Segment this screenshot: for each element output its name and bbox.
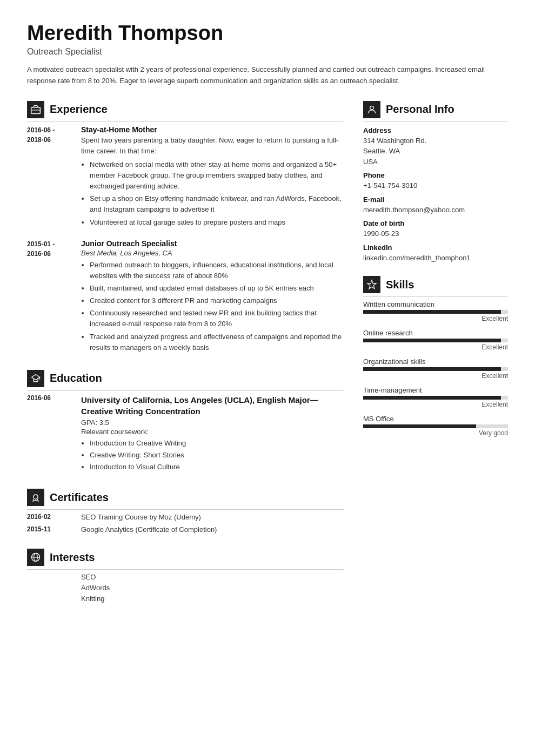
skill-rating: Excellent — [363, 372, 508, 380]
certificates-header: Certificates — [27, 489, 344, 510]
job-title: Stay-at-Home Mother — [81, 125, 344, 134]
job-date: 2015-01 - 2016-06 — [27, 239, 71, 355]
skill-bar-bg — [363, 339, 508, 342]
skill-name: Written communication — [363, 300, 508, 308]
interest-item: Knitting — [81, 595, 344, 603]
skill-rating: Very good — [363, 429, 508, 437]
skill-item: Time-managementExcellent — [363, 386, 508, 408]
skill-name: Organizational skills — [363, 357, 508, 366]
summary-text: A motivated outreach specialist with 2 y… — [27, 64, 508, 87]
skill-bar-bg — [363, 310, 508, 314]
cert-item: 2015-11Google Analytics (Certificate of … — [27, 525, 344, 534]
pi-value: linkedin.com/meredith_thomphon1 — [363, 253, 508, 264]
job-bullet: Performed outreach to bloggers, influenc… — [90, 260, 344, 281]
skill-bar-fill — [363, 310, 501, 314]
certificates-title: Certificates — [50, 491, 109, 504]
experience-header: Experience — [27, 101, 344, 122]
edu-bullet: Introduction to Visual Culture — [90, 462, 344, 473]
pi-label: E-mail — [363, 195, 508, 204]
skill-name: Time-management — [363, 386, 508, 394]
interest-item: SEO — [81, 573, 344, 581]
skill-rating: Excellent — [363, 401, 508, 408]
experience-job: 2016-06 - 2018-06Stay-at-Home MotherSpen… — [27, 125, 344, 230]
job-bullet: Volunteered at local garage sales to pre… — [90, 217, 344, 228]
experience-section: Experience 2016-06 - 2018-06Stay-at-Home… — [27, 101, 344, 355]
interests-icon — [27, 549, 44, 566]
education-title: Education — [50, 372, 102, 384]
cert-date: 2015-11 — [27, 525, 71, 534]
education-icon — [27, 370, 44, 387]
cert-date: 2016-02 — [27, 513, 71, 521]
interests-list: SEOAdWordsKnitting — [27, 573, 344, 603]
job-date: 2016-06 - 2018-06 — [27, 125, 71, 230]
job-bullet: Built, maintained, and updated email dat… — [90, 283, 344, 294]
pi-value: 314 Washington Rd. Seattle, WA USA — [363, 136, 508, 167]
experience-jobs: 2016-06 - 2018-06Stay-at-Home MotherSpen… — [27, 125, 344, 355]
interests-title: Interests — [50, 551, 95, 564]
candidate-title: Outreach Specialist — [27, 47, 508, 57]
skill-item: Written communicationExcellent — [363, 300, 508, 322]
job-bullet: Set up a shop on Etsy offering handmade … — [90, 193, 344, 215]
right-column: Personal Info Address314 Washington Rd. … — [363, 101, 508, 618]
interests-section: Interests SEOAdWordsKnitting — [27, 549, 344, 603]
skill-rating: Excellent — [363, 343, 508, 351]
skill-item: Organizational skillsExcellent — [363, 357, 508, 380]
education-section: Education 2016-06University of Californi… — [27, 370, 344, 474]
cert-name: Google Analytics (Certificate of Complet… — [81, 525, 217, 534]
job-content: Junior Outreach SpecialistBest Media, Lo… — [81, 239, 344, 355]
job-bullet: Networked on social media with other sta… — [90, 159, 344, 192]
pi-value: +1-541-754-3010 — [363, 180, 508, 191]
edu-bullet: Creative Writing: Short Stories — [90, 450, 344, 461]
personal-info-section: Personal Info Address314 Washington Rd. … — [363, 101, 508, 264]
skills-icon — [363, 276, 380, 293]
skill-bar-bg — [363, 424, 508, 428]
cert-name: SEO Training Course by Moz (Udemy) — [81, 513, 201, 521]
edu-coursework-label: Relevant coursework: — [81, 428, 344, 436]
skills-section: Skills Written communicationExcellentOnl… — [363, 276, 508, 437]
personal-info-fields: Address314 Washington Rd. Seattle, WA US… — [363, 126, 508, 264]
left-column: Experience 2016-06 - 2018-06Stay-at-Home… — [27, 101, 344, 618]
edu-bullet: Introduction to Creative Writing — [90, 438, 344, 449]
certificates-icon — [27, 489, 44, 506]
skill-rating: Excellent — [363, 315, 508, 322]
personal-info-header: Personal Info — [363, 101, 508, 122]
education-items: 2016-06University of California, Los Ang… — [27, 394, 344, 474]
experience-title: Experience — [50, 103, 108, 116]
svg-point-3 — [34, 495, 38, 499]
skill-bar-fill — [363, 367, 501, 371]
skills-title: Skills — [386, 279, 414, 291]
edu-content: University of California, Los Angeles (U… — [81, 394, 344, 474]
pi-label: LinkedIn — [363, 244, 508, 252]
pi-label: Address — [363, 126, 508, 134]
personal-info-icon — [363, 101, 380, 118]
personal-info-title: Personal Info — [386, 103, 454, 116]
skills-items: Written communicationExcellentOnline res… — [363, 300, 508, 437]
interest-item: AdWords — [81, 584, 344, 592]
skill-name: Online research — [363, 329, 508, 337]
job-description: Spent two years parenting a baby daughte… — [81, 135, 344, 157]
svg-rect-0 — [31, 107, 41, 113]
edu-date: 2016-06 — [27, 394, 71, 474]
skill-bar-bg — [363, 367, 508, 371]
cert-item: 2016-02SEO Training Course by Moz (Udemy… — [27, 513, 344, 521]
skill-item: MS OfficeVery good — [363, 415, 508, 437]
skill-bar-fill — [363, 424, 476, 428]
resume-header: Meredith Thompson Outreach Specialist A … — [27, 22, 508, 87]
job-bullet: Created content for 3 different PR and m… — [90, 295, 344, 306]
pi-value: meredith.thompson@yahoo.com — [363, 205, 508, 215]
experience-icon — [27, 101, 44, 118]
job-bullet: Continuously researched and tested new P… — [90, 308, 344, 329]
job-title: Junior Outreach Specialist — [81, 239, 344, 248]
job-company: Best Media, Los Angeles, CA — [81, 249, 344, 257]
edu-bullets: Introduction to Creative WritingCreative… — [81, 438, 344, 473]
skills-header: Skills — [363, 276, 508, 297]
skill-item: Online researchExcellent — [363, 329, 508, 351]
edu-gpa: GPA: 3.5 — [81, 418, 344, 427]
candidate-name: Meredith Thompson — [27, 22, 508, 45]
pi-value: 1990-05-23 — [363, 228, 508, 239]
job-bullets: Performed outreach to bloggers, influenc… — [81, 260, 344, 353]
skill-name: MS Office — [363, 415, 508, 423]
skill-bar-fill — [363, 339, 501, 342]
main-layout: Experience 2016-06 - 2018-06Stay-at-Home… — [27, 101, 508, 618]
skill-bar-bg — [363, 396, 508, 400]
